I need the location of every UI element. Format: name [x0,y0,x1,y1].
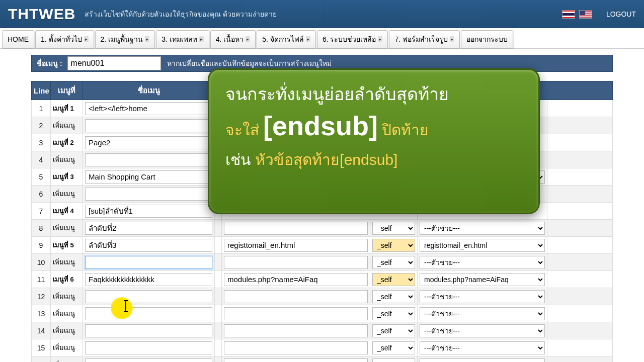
flag-thailand-icon[interactable] [562,10,575,19]
main-navbar: HOME 1. ตั้งค่าทั่วไป▸ 2. เมนูพื้นฐาน▸ 3… [0,28,644,49]
cell-extra [547,100,612,117]
cell-spacer [215,322,222,339]
cell-extra [547,288,612,305]
chevron-right-icon: ▸ [199,36,204,42]
cell-url [222,237,370,254]
menu-name-input[interactable] [67,56,161,70]
cell-line: 11 [32,271,51,288]
menu-name-field[interactable] [85,239,212,252]
cell-extra [547,305,612,322]
helper-select[interactable]: ---ตัวช่วย--- [420,341,545,354]
helper-select[interactable]: ---ตัวช่วย--- [420,256,545,269]
cell-spacer [215,339,222,356]
menu-name-field[interactable] [85,324,212,337]
cell-line: 3 [32,134,51,151]
logout-link[interactable]: LOGOUT [606,10,636,18]
helper-select[interactable]: ---ตัวช่วย--- [420,358,545,363]
table-row: 15เพิ่มเมนู_self---ตัวช่วย--- [32,339,613,356]
logo: THTWEB [8,6,75,23]
menu-name-field[interactable] [85,358,212,363]
cell-menu: เมนูที่ 1 [51,100,83,117]
menu-name-field[interactable] [85,307,212,320]
cell-extra [547,220,612,237]
menu-name-field[interactable] [85,119,212,132]
url-field[interactable] [224,307,368,320]
flag-usa-icon[interactable] [579,10,592,19]
nav-label: 5. จัดการไฟล์ [262,34,304,45]
menu-name-field[interactable] [85,205,212,218]
menu-name-field[interactable] [85,273,212,286]
menu-name-field[interactable] [85,102,212,115]
nav-item-3[interactable]: 3. เทมเพลท▸ [156,30,209,48]
cell-spacer [215,237,222,254]
target-select[interactable]: _self [372,239,415,252]
menu-name-field[interactable] [85,290,212,303]
menu-name-field[interactable] [85,222,212,235]
cell-spacer [215,220,222,237]
cell-helper: modules.php?name=AiFaq [417,271,547,288]
nav-home[interactable]: HOME [2,30,34,48]
table-row: 14เพิ่มเมนู_self---ตัวช่วย--- [32,322,613,339]
cell-extra [547,151,612,168]
helper-select[interactable]: ---ตัวช่วย--- [420,290,545,303]
cell-extra [547,322,612,339]
target-select[interactable]: _self [372,256,415,269]
cell-line: 16 [32,356,51,363]
menu-name-field[interactable] [85,341,212,354]
target-select[interactable]: _self [372,324,415,337]
header-left: THTWEB สร้างเว็บไซท์ให้กับด้วยตัวเองให้ธ… [8,6,277,23]
nav-item-6[interactable]: 6. ระบบช่วยเหลือ▸ [317,30,388,48]
menu-name-field[interactable] [85,136,212,149]
nav-item-2[interactable]: 2. เมนูพื้นฐาน▸ [95,30,155,48]
cell-name [83,203,215,220]
cell-line: 14 [32,322,51,339]
helper-select[interactable]: registtomail_en.html [420,239,545,252]
nav-label: 2. เมนูพื้นฐาน [101,34,143,45]
table-row: 13เพิ่มเมนู_self---ตัวช่วย--- [32,305,613,322]
helper-select[interactable]: modules.php?name=AiFaq [420,273,545,286]
cell-extra [547,168,612,186]
tutorial-tooltip: จนกระทั่งเมนูย่อยลำดับสุดท้าย จะใส่ [end… [208,68,540,214]
cell-name [83,339,215,356]
url-field[interactable] [224,358,368,363]
helper-select[interactable]: ---ตัวช่วย--- [420,324,545,337]
nav-item-1[interactable]: 1. ตั้งค่าทั่วไป▸ [35,30,94,48]
menu-name-field[interactable] [85,188,212,201]
menu-name-field[interactable] [85,153,212,166]
target-select[interactable]: _self [372,290,415,303]
url-field[interactable] [224,256,368,269]
menu-name-field[interactable] [85,170,212,184]
table-row: 16เพิ่มเมนู_self---ตัวช่วย--- [32,356,613,363]
cell-url [222,271,370,288]
target-select[interactable]: _self [372,222,415,235]
nav-exit[interactable]: ออกจากระบบ [461,30,513,48]
cell-helper: ---ตัวช่วย--- [417,305,547,322]
url-field[interactable] [224,222,368,235]
menu-name-field[interactable] [85,256,212,269]
nav-item-5[interactable]: 5. จัดการไฟล์▸ [257,30,316,48]
cell-line: 6 [32,186,51,203]
cell-menu: เพิ่มเมนู [51,117,83,134]
cell-target: _self [370,305,417,322]
target-select[interactable]: _self [372,307,415,320]
target-select[interactable]: _self [372,358,415,363]
cell-extra [547,271,612,288]
url-field[interactable] [224,290,368,303]
target-select[interactable]: _self [372,341,415,354]
cell-line: 15 [32,339,51,356]
helper-select[interactable]: ---ตัวช่วย--- [420,307,545,320]
header-right: LOGOUT [562,10,636,19]
url-field[interactable] [224,273,368,286]
url-field[interactable] [224,239,368,252]
nav-item-4[interactable]: 4. เนื้อหา▸ [210,30,256,48]
cell-extra [547,117,612,134]
cell-extra [547,186,612,203]
nav-item-7[interactable]: 7. ฟอร์มสำเร็จรูป▸ [389,30,460,48]
url-field[interactable] [224,341,368,354]
url-field[interactable] [224,324,368,337]
cell-url [222,322,370,339]
cell-spacer [215,305,222,322]
target-select[interactable]: _self [372,273,415,286]
cell-line: 13 [32,305,51,322]
helper-select[interactable]: ---ตัวช่วย--- [420,222,545,235]
